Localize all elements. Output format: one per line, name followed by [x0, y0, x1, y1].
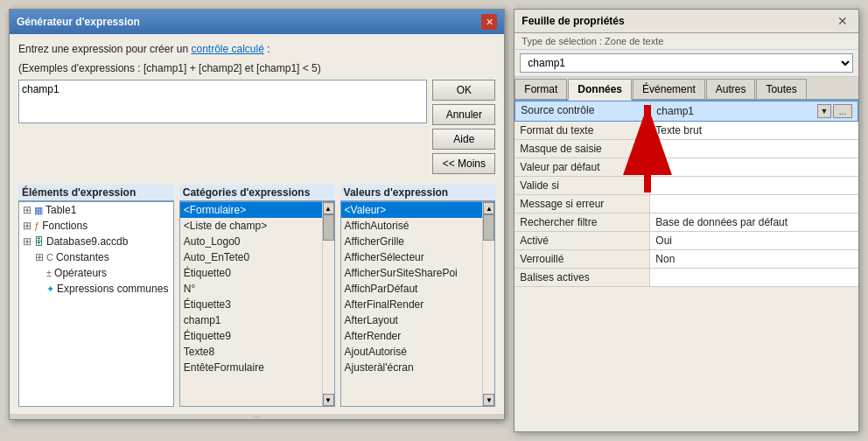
- list-item[interactable]: ✦ Expressions communes: [19, 281, 173, 297]
- prop-row-source[interactable]: Source contrôle champ1 ▼ ...: [514, 101, 858, 122]
- prop-row-format-texte[interactable]: Format du texte Texte brut: [514, 122, 858, 140]
- values-scrollbar[interactable]: ▲ ▼: [482, 202, 494, 406]
- prop-value-source[interactable]: champ1 ▼ ...: [651, 102, 858, 121]
- tab-donnees[interactable]: Données: [568, 79, 632, 101]
- prop-value-message-erreur[interactable]: [650, 195, 858, 213]
- prop-label-valide-si: Valide si: [514, 177, 650, 194]
- list-item[interactable]: AffichAutorisé: [341, 218, 483, 234]
- list-item[interactable]: <Valeur>: [341, 202, 483, 218]
- prop-label-message-erreur: Message si erreur: [514, 195, 650, 213]
- list-item[interactable]: N°: [180, 281, 322, 297]
- cancel-button[interactable]: Annuler: [432, 104, 495, 125]
- tab-evenement[interactable]: Événement: [633, 79, 705, 99]
- prop-value-active[interactable]: Oui: [650, 232, 858, 249]
- prop-value-balises[interactable]: [650, 269, 858, 286]
- prop-label-verrouille: Verrouillé: [514, 250, 650, 268]
- prop-row-masque[interactable]: Masque de saisie: [514, 140, 858, 158]
- prop-value-valeur-defaut[interactable]: [650, 158, 858, 176]
- list-item[interactable]: <Liste de champ>: [180, 218, 322, 234]
- list-item[interactable]: AfficherGrille: [341, 234, 483, 249]
- propsheet-close-button[interactable]: ✕: [834, 14, 851, 28]
- elements-header: Éléments d'expression: [18, 185, 174, 201]
- less-button[interactable]: << Moins: [432, 153, 495, 174]
- dialog-description: Entrez une expression pour créer un cont…: [18, 41, 495, 57]
- calculated-control-link[interactable]: contrôle calculé: [191, 43, 263, 55]
- list-item[interactable]: Ajusteràl'écran: [341, 360, 483, 375]
- dialog-title: Générateur d'expression: [17, 16, 140, 28]
- prop-value-masque[interactable]: [650, 140, 858, 158]
- elements-list: ⊞ ▦ Table1 ⊞ ƒ Fonctions ⊞ 🗄 Databa: [18, 201, 174, 407]
- scroll-up-btn[interactable]: ▲: [483, 202, 494, 214]
- list-item[interactable]: AfterRender: [341, 328, 483, 344]
- list-item[interactable]: champ1: [180, 312, 322, 328]
- list-item[interactable]: EntêteFormulaire: [180, 360, 322, 375]
- scroll-thumb[interactable]: [483, 214, 494, 241]
- ok-button[interactable]: OK: [432, 80, 495, 101]
- prop-row-message-erreur[interactable]: Message si erreur: [514, 195, 858, 214]
- dialog-close-button[interactable]: ✕: [481, 14, 497, 30]
- tab-toutes[interactable]: Toutes: [756, 79, 806, 99]
- propsheet-title: Feuille de propriétés: [522, 15, 624, 27]
- list-item[interactable]: AfterFinalRender: [341, 297, 483, 312]
- list-item[interactable]: Étiquette3: [180, 297, 322, 312]
- scroll-track: [483, 214, 494, 394]
- dialog-example: (Exemples d'expressions : [champ1] + [ch…: [18, 62, 495, 74]
- values-list: <Valeur> AffichAutorisé AfficherGrille A…: [341, 202, 483, 406]
- prop-row-verrouille[interactable]: Verrouillé Non: [514, 250, 858, 269]
- resize-grip-icon: ···: [254, 413, 260, 421]
- expression-builder-dialog: Générateur d'expression ✕ Entrez une exp…: [9, 9, 505, 420]
- prop-row-valide-si[interactable]: Valide si: [514, 177, 858, 195]
- scroll-track: [323, 214, 334, 394]
- list-item[interactable]: Auto_Logo0: [180, 234, 322, 249]
- expand-icon: ⊞: [23, 235, 32, 248]
- prop-row-rechercher-filtre[interactable]: Rechercher filtre Base de données par dé…: [514, 214, 858, 232]
- field-selector-dropdown[interactable]: champ1: [520, 53, 853, 73]
- list-item[interactable]: AjoutAutorisé: [341, 344, 483, 360]
- prop-value-rechercher-filtre[interactable]: Base de données par défaut: [650, 214, 858, 231]
- list-item[interactable]: ⊞ 🗄 Database9.accdb: [19, 234, 173, 249]
- scroll-thumb[interactable]: [323, 214, 334, 241]
- list-item[interactable]: AffichParDéfaut: [341, 281, 483, 297]
- expr-icon: ✦: [46, 284, 54, 295]
- source-dropdown-btn[interactable]: ▼: [817, 104, 831, 118]
- prop-label-balises: Balises actives: [514, 269, 650, 286]
- scroll-up-btn[interactable]: ▲: [323, 202, 334, 214]
- list-item[interactable]: Étiquette9: [180, 328, 322, 344]
- prop-value-format-texte[interactable]: Texte brut: [650, 122, 858, 139]
- prop-label-format-texte: Format du texte: [514, 122, 650, 139]
- prop-label-valeur-defaut: Valeur par défaut: [514, 158, 650, 176]
- tab-format[interactable]: Format: [514, 79, 567, 99]
- list-item[interactable]: Texte8: [180, 344, 322, 360]
- property-tabs: Format Données Événement Autres Toutes: [514, 77, 858, 101]
- resize-handle[interactable]: ···: [10, 414, 504, 419]
- scroll-down-btn[interactable]: ▼: [483, 394, 494, 406]
- tab-autres[interactable]: Autres: [706, 79, 756, 99]
- table-icon: ▦: [34, 205, 43, 216]
- list-item[interactable]: ± Opérateurs: [19, 265, 173, 281]
- prop-value-verrouille[interactable]: Non: [650, 250, 858, 268]
- func-icon: ƒ: [34, 220, 39, 231]
- prop-label-masque: Masque de saisie: [514, 140, 650, 158]
- prop-label-rechercher-filtre: Rechercher filtre: [514, 214, 650, 231]
- prop-row-valeur-defaut[interactable]: Valeur par défaut: [514, 158, 858, 177]
- dialog-titlebar: Générateur d'expression ✕: [10, 10, 504, 34]
- list-item[interactable]: Étiquette0: [180, 265, 322, 281]
- list-item[interactable]: Auto_EnTete0: [180, 249, 322, 265]
- list-item[interactable]: AfficherSélecteur: [341, 249, 483, 265]
- list-item[interactable]: ⊞ C Constantes: [19, 249, 173, 265]
- categories-scrollbar[interactable]: ▲ ▼: [322, 202, 334, 406]
- prop-value-valide-si[interactable]: [650, 177, 858, 194]
- expression-input[interactable]: champ1: [18, 80, 427, 123]
- categories-list: <Formulaire> <Liste de champ> Auto_Logo0…: [180, 202, 322, 406]
- field-selector-row: champ1: [514, 50, 858, 77]
- help-button[interactable]: Aide: [432, 129, 495, 150]
- prop-row-balises[interactable]: Balises actives: [514, 269, 858, 287]
- scroll-down-btn[interactable]: ▼: [323, 394, 334, 406]
- list-item[interactable]: <Formulaire>: [180, 202, 322, 218]
- list-item[interactable]: AfficherSurSiteSharePoi: [341, 265, 483, 281]
- list-item[interactable]: AfterLayout: [341, 312, 483, 328]
- prop-row-active[interactable]: Activé Oui: [514, 232, 858, 250]
- source-more-btn[interactable]: ...: [833, 104, 852, 118]
- list-item[interactable]: ⊞ ▦ Table1: [19, 202, 173, 218]
- list-item[interactable]: ⊞ ƒ Fonctions: [19, 218, 173, 234]
